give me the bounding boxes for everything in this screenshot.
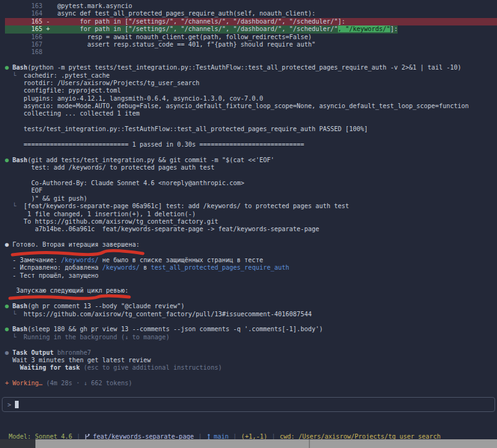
assistant-message: - Тест прошёл, запущено [5,272,497,280]
blank-line [5,234,497,241]
terminal-output: 163 @pytest.mark.asyncio 164 async def t… [0,0,497,388]
text-segment: (esc to give additional instructions) [83,364,222,371]
text-segment: в [140,264,151,271]
text-segment: Waiting for task [5,364,83,371]
diff-word-highlight: , "/keywords/" [338,25,390,32]
text-segment: Wait 3 minutes then get latest review [5,357,151,363]
blank-line [5,341,497,349]
bash-output: tests/test_integration.py::TestAuthFlow:… [5,126,497,133]
text-segment: 164 [5,10,57,17]
text-segment: Bash [12,157,27,163]
text-segment: 1 file changed, 1 insertion(+), 1 deleti… [5,211,196,217]
assistant-message: Запускаю следующий цикл ревью: [5,287,497,295]
text-segment: 163 [5,2,57,9]
text-segment: Bash [12,64,27,71]
terminal-input[interactable]: > [2,397,495,412]
text-segment: (gh pr comment 13 --body "@claude review… [27,303,185,309]
code-line: 167 assert resp.status_code == 401, f"{p… [5,41,497,48]
bash-output: plugins: anyio-4.12.1, langsmith-0.6.4, … [5,95,497,103]
text-segment: 166 [5,34,57,40]
code-line: 168 [5,48,497,56]
text-segment: for path in ["/settings/", "/channels/",… [50,25,338,32]
code-line: 164 async def test_all_protected_pages_r… [5,10,497,17]
bash-command: ● Bash(sleep 180 && gh pr view 13 --comm… [5,326,497,333]
text-segment: bhronmhe7 [57,349,91,356]
diff-removed-line: 165 - for path in ["/settings/", "/chann… [5,18,497,25]
text-segment: (4m 28s · ↓ 662 tokens) [42,380,132,386]
text-segment: Co-Authored-By: Claude Sonnet 4.6 <norep… [5,180,244,186]
bash-bullet-icon: ● [5,64,12,71]
blank-line [5,57,497,64]
bottom-bar-left-segment [0,439,35,448]
bash-output: a7b14be..06a961c feat/keywords-separate-… [5,226,497,233]
text-segment: 168 [5,48,42,55]
bash-bullet-icon: ● [5,157,12,163]
text-segment: assert resp.status_code == 401, f"{path}… [57,41,315,48]
message-bullet-icon: ● [5,241,12,248]
text-segment: - Замечание: [5,257,61,263]
task-bullet-icon: ● [5,349,12,356]
spinner-icon: + [5,380,12,386]
text-segment: не было в списке защищённых страниц в те… [99,257,263,263]
text-segment: Task Output [12,349,57,356]
task-output: Waiting for task (esc to give additional… [5,364,497,372]
bash-output: asyncio: mode=Mode.AUTO, debug=False, as… [5,103,497,110]
input-prompt: > [7,401,11,408]
text-segment: - Исправлено: добавлена [5,264,103,271]
text-segment: tests/test_integration.py::TestAuthFlow:… [5,126,368,132]
text-segment: plugins: anyio-4.12.1, langsmith-0.6.4, … [5,95,263,102]
bash-command: )" && git push) [5,195,497,203]
bottom-scrollbar-track[interactable] [0,439,497,448]
blank-line [5,172,497,180]
bash-output: └ [feat/keywords-separate-page 06a961c] … [5,203,497,210]
text-segment: resp = await noauth_client.get(path, fol… [57,34,311,40]
text-segment: (python -m pytest tests/test_integration… [27,64,461,71]
repo-url-link[interactable]: https://github.com/axisrow/tg_content_fa… [35,218,218,225]
bash-output: configfile: pyproject.toml [5,87,497,94]
text-segment: 165 + [5,25,50,32]
pr-comment-url-link[interactable]: https://github.com/axisrow/tg_content_fa… [24,311,312,318]
text-cursor-icon [15,401,19,408]
assistant-message: ● Готово. Вторая итерация завершена: [5,241,497,249]
bash-output: collecting ... collected 1 item [5,110,497,117]
bash-output: rootdir: /Users/axisrow/Projects/tg_user… [5,80,497,87]
text-segment: [feat/keywords-separate-page 06a961c] te… [24,203,349,209]
bash-output: To https://github.com/axisrow/tg_content… [5,218,497,226]
assistant-message: - Замечание: /keywords/ не было в списке… [5,257,497,264]
bash-output: ============================ 1 passed in… [5,141,497,149]
blank-line [5,280,497,287]
bash-bullet-icon: ● [5,326,12,332]
text-segment: (git add tests/test_integration.py && gi… [27,157,274,163]
text-segment: (sleep 180 && gh pr view 13 --comments -… [27,326,323,332]
result-elbow-icon: └ [5,203,24,209]
bash-command: ● Bash(git add tests/test_integration.py… [5,157,497,164]
text-segment: async def test_all_protected_pages_requi… [57,10,315,17]
code-line: 163 @pytest.mark.asyncio [5,2,497,10]
text-segment: cachedir: .pytest_cache [24,72,109,79]
bottom-bar-divider [309,439,310,448]
text-segment: ============================ 1 passed in… [5,141,304,148]
blank-line [5,134,497,141]
blank-line [5,295,497,303]
text-segment: )" && git push) [5,195,87,202]
assistant-message: - Исправлено: добавлена /keywords/ в tes… [5,264,497,272]
blank-line [5,118,497,126]
text-segment: ]: [390,25,398,32]
text-segment: configfile: pyproject.toml [5,87,121,94]
bash-command: EOF [5,187,497,194]
text-segment: @pytest.mark.asyncio [57,2,132,9]
code-line: 166 resp = await noauth_client.get(path,… [5,34,497,41]
text-segment: collecting ... collected 1 item [5,110,140,117]
bash-command: ● Bash(python -m pytest tests/test_integ… [5,64,497,71]
blank-line [5,249,497,257]
bash-command: test: add /keywords/ to protected pages … [5,164,497,171]
text-segment: Bash [12,326,27,332]
text-segment: asyncio: mode=Mode.AUTO, debug=False, as… [5,103,469,109]
text-segment: Bash [12,303,27,309]
task-output: ● Task Output bhronmhe7 [5,349,497,357]
text-segment: 167 [5,41,57,48]
spinner-status: + Working… (4m 28s · ↓ 662 tokens) [5,380,497,387]
text-segment: Готово. Вторая итерация завершена: [12,241,140,248]
text-segment: 165 - [5,18,50,25]
bash-command: ● Bash(gh pr comment 13 --body "@claude … [5,303,497,310]
